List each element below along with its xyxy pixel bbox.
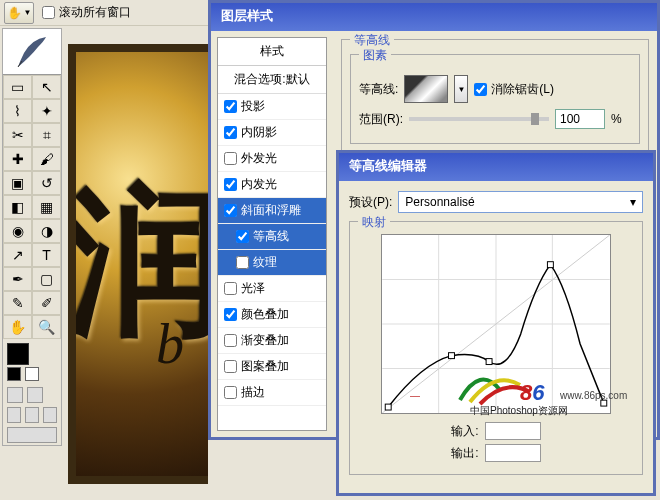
style-item[interactable]: 投影 — [218, 94, 326, 120]
preset-dropdown[interactable]: Personnalisé ▾ — [398, 191, 643, 213]
crop-tool[interactable]: ✂ — [3, 123, 32, 147]
style-item[interactable]: 渐变叠加 — [218, 328, 326, 354]
blend-options-row[interactable]: 混合选项:默认 — [218, 66, 326, 94]
history-brush-tool[interactable]: ↺ — [32, 171, 61, 195]
checkbox-input[interactable] — [42, 6, 55, 19]
quick-mask-mode[interactable] — [27, 387, 43, 403]
style-checkbox[interactable] — [224, 178, 237, 191]
styles-header[interactable]: 样式 — [218, 38, 326, 66]
style-label: 图案叠加 — [241, 358, 289, 375]
style-item[interactable]: 图案叠加 — [218, 354, 326, 380]
jump-to-button[interactable] — [7, 427, 57, 443]
style-checkbox[interactable] — [224, 204, 237, 217]
wand-tool[interactable]: ✦ — [32, 99, 61, 123]
sub-glyph: b — [156, 312, 184, 376]
document-canvas: 润 b — [68, 44, 208, 484]
style-checkbox[interactable] — [224, 100, 237, 113]
move-tool[interactable]: ↖ — [32, 75, 61, 99]
style-label: 纹理 — [253, 254, 277, 271]
zoom-tool[interactable]: 🔍 — [32, 315, 61, 339]
input-value[interactable] — [485, 422, 541, 440]
preset-label: 预设(P): — [349, 194, 392, 211]
style-checkbox[interactable] — [224, 152, 237, 165]
dialog2-title: 等高线编辑器 — [339, 153, 653, 181]
svg-rect-8 — [449, 353, 455, 359]
svg-rect-10 — [547, 262, 553, 268]
style-item[interactable]: 光泽 — [218, 276, 326, 302]
output-row: 输出: — [358, 444, 634, 462]
app-logo — [3, 29, 61, 75]
marquee-tool[interactable]: ▭ — [3, 75, 32, 99]
screen-mode-1[interactable] — [7, 407, 21, 423]
dodge-tool[interactable]: ◑ — [32, 219, 61, 243]
style-label: 内发光 — [241, 176, 277, 193]
notes-tool[interactable]: ✎ — [3, 291, 32, 315]
range-input[interactable] — [555, 109, 605, 129]
style-checkbox[interactable] — [224, 386, 237, 399]
style-checkbox[interactable] — [236, 230, 249, 243]
style-item[interactable]: 斜面和浮雕 — [218, 198, 326, 224]
antialias-label: 消除锯齿(L) — [491, 81, 554, 98]
contour-dropdown[interactable]: ▼ — [454, 75, 468, 103]
pen-tool[interactable]: ✒ — [3, 267, 32, 291]
style-checkbox[interactable] — [224, 282, 237, 295]
hand-tool-button[interactable]: ✋ ▼ — [4, 2, 34, 24]
style-checkbox[interactable] — [224, 334, 237, 347]
lasso-tool[interactable]: ⌇ — [3, 99, 32, 123]
hand-tool[interactable]: ✋ — [3, 315, 32, 339]
style-item[interactable]: 描边 — [218, 380, 326, 406]
range-slider[interactable] — [409, 117, 549, 121]
stamp-tool[interactable]: ▣ — [3, 171, 32, 195]
brush-tool[interactable]: 🖌 — [32, 147, 61, 171]
style-checkbox[interactable] — [224, 126, 237, 139]
jump-row — [3, 425, 61, 445]
style-label: 光泽 — [241, 280, 265, 297]
style-item[interactable]: 内阴影 — [218, 120, 326, 146]
standard-mode[interactable] — [7, 387, 23, 403]
preset-row: 预设(P): Personnalisé ▾ — [349, 191, 643, 213]
style-item[interactable]: 内发光 — [218, 172, 326, 198]
screen-mode-2[interactable] — [25, 407, 39, 423]
eyedropper-tool[interactable]: ✐ — [32, 291, 61, 315]
input-label: 输入: — [451, 423, 478, 440]
canvas-content: 润 b — [76, 52, 208, 476]
style-checkbox[interactable] — [224, 308, 237, 321]
logo-6: 6 — [532, 380, 544, 406]
scroll-all-windows-checkbox[interactable]: 滚动所有窗口 — [42, 4, 131, 21]
heal-tool[interactable]: ✚ — [3, 147, 32, 171]
shape-tool[interactable]: ▢ — [32, 267, 61, 291]
contour-label: 等高线: — [359, 81, 398, 98]
contour-editor-dialog: 等高线编辑器 预设(P): Personnalisé ▾ 映射 — [336, 150, 656, 496]
style-item[interactable]: 外发光 — [218, 146, 326, 172]
range-label: 范围(R): — [359, 111, 403, 128]
checkbox-input[interactable] — [474, 83, 487, 96]
foreground-color[interactable] — [7, 343, 29, 365]
style-item[interactable]: 颜色叠加 — [218, 302, 326, 328]
tools-grid: ▭ ↖ ⌇ ✦ ✂ ⌗ ✚ 🖌 ▣ ↺ ◧ ▦ ◉ ◑ ↗ T ✒ ▢ ✎ ✐ … — [3, 75, 61, 339]
gradient-tool[interactable]: ▦ — [32, 195, 61, 219]
style-item[interactable]: 纹理 — [218, 250, 326, 276]
eraser-tool[interactable]: ◧ — [3, 195, 32, 219]
blur-tool[interactable]: ◉ — [3, 219, 32, 243]
style-checkbox[interactable] — [224, 360, 237, 373]
antialias-checkbox[interactable]: 消除锯齿(L) — [474, 81, 554, 98]
svg-rect-7 — [385, 404, 391, 410]
watermark-desc: 中国Photoshop资源网 — [470, 404, 568, 418]
type-tool[interactable]: T — [32, 243, 61, 267]
preset-value: Personnalisé — [405, 195, 474, 209]
style-checkbox[interactable] — [236, 256, 249, 269]
style-label: 斜面和浮雕 — [241, 202, 301, 219]
default-colors[interactable] — [7, 367, 21, 381]
swap-colors[interactable] — [25, 367, 39, 381]
output-value[interactable] — [485, 444, 541, 462]
slice-tool[interactable]: ⌗ — [32, 123, 61, 147]
style-item[interactable]: 等高线 — [218, 224, 326, 250]
chevron-down-icon: ▼ — [24, 8, 32, 17]
toolbox: ▭ ↖ ⌇ ✦ ✂ ⌗ ✚ 🖌 ▣ ↺ ◧ ▦ ◉ ◑ ↗ T ✒ ▢ ✎ ✐ … — [2, 28, 62, 446]
path-tool[interactable]: ↗ — [3, 243, 32, 267]
screen-mode-3[interactable] — [43, 407, 57, 423]
contour-thumbnail[interactable] — [404, 75, 448, 103]
output-label: 输出: — [451, 445, 478, 462]
watermark-logo: 8 6 — [520, 380, 545, 406]
group-title-elements: 图素 — [359, 47, 391, 64]
